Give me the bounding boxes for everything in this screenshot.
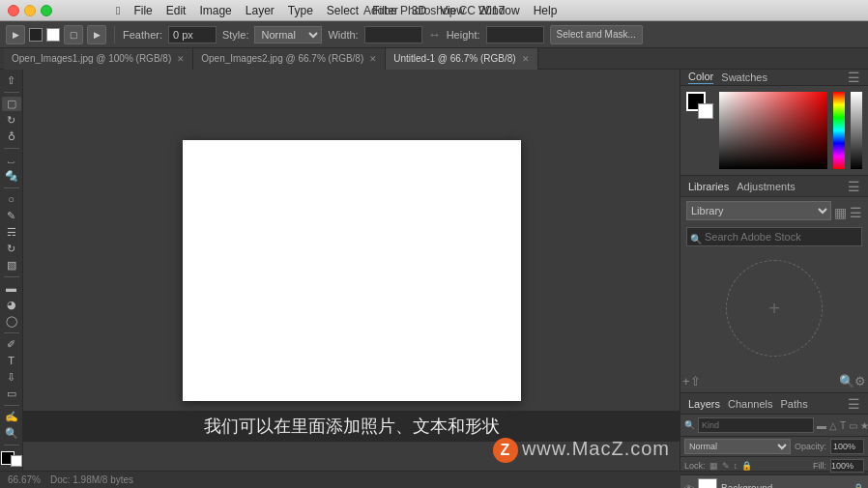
opacity-input[interactable] [830,439,864,454]
lock-pixels-btn[interactable]: ✎ [722,461,730,471]
eraser-tool[interactable]: ▧ [2,258,21,273]
tab-untitled-1[interactable]: Untitled-1 @ 66.7% (RGB/8) ✕ [386,48,537,70]
layers-panel: Layers Channels Paths ☰ 🔍 ▬ △ T ▭ ★ Norm… [680,392,868,488]
tab-open-images2[interactable]: Open_Images2.jpg @ 66.7% (RGB/8) ✕ [193,48,386,70]
tab-close-btn[interactable]: ✕ [177,54,185,64]
layer-visibility-toggle[interactable]: 👁 [684,483,694,489]
type-tool[interactable]: T [2,354,21,368]
add-to-library-btn[interactable]: + [682,374,690,388]
close-button[interactable] [8,5,19,16]
foreground-color-swatch[interactable] [29,28,43,42]
color-gradient-picker[interactable] [719,92,827,169]
layer-name-label: Background [721,483,849,489]
minimize-button[interactable] [24,5,36,16]
library-settings-btn[interactable]: ⚙ [854,374,866,388]
menu-image[interactable]: Image [199,4,231,17]
menu-type[interactable]: Type [288,4,313,17]
fill-input[interactable] [830,459,864,473]
menu-apple[interactable]:  [116,4,120,17]
hand-tool[interactable]: ✍ [2,410,21,424]
tab-color[interactable]: Color [688,71,713,84]
filter-adjust-btn[interactable]: △ [829,420,837,431]
hue-slider[interactable] [833,92,845,169]
dodge-tool[interactable]: ◯ [2,314,21,329]
style-select[interactable]: Normal Fixed Ratio Fixed Size [254,26,322,43]
magic-wand-tool[interactable]: ♁ [2,129,21,144]
library-select[interactable]: Library [686,201,831,220]
height-input[interactable] [486,26,544,43]
transparency-slider[interactable] [851,92,862,169]
title-bar:  File Edit Image Layer Type Select Filt… [0,0,868,21]
color-chips[interactable] [686,92,713,119]
tool-preset-btn[interactable]: ▶ [6,25,25,44]
tab-paths[interactable]: Paths [781,398,808,410]
background-color-swatch[interactable] [46,28,60,42]
tool-separator [4,187,19,188]
search-icon: 🔍 [690,234,702,244]
grid-view-btn[interactable]: ▦ [834,205,847,220]
move-tool[interactable]: ⇧ [2,73,21,88]
lock-position-btn[interactable]: ↕ [734,461,738,471]
filter-pixel-btn[interactable]: ▬ [817,420,826,431]
upload-to-cloud-btn[interactable]: ⇧ [690,374,701,388]
brush-tool[interactable]: ✎ [2,209,21,223]
clone-stamp-tool[interactable]: ☴ [2,225,21,240]
color-swatches[interactable] [1,451,22,468]
marquee-options-btn[interactable]: ▶ [87,25,106,44]
library-search-btn[interactable]: 🔍 [839,374,854,388]
menu-select[interactable]: Select [327,4,359,17]
crop-tool[interactable]: ⎵ [2,153,21,167]
gradient-tool[interactable]: ▬ [2,281,21,296]
tab-open-images1[interactable]: Open_Images1.jpg @ 100% (RGB/8) ✕ [4,48,193,70]
lasso-tool[interactable]: ↻ [2,113,21,128]
filter-shape-btn[interactable]: ▭ [849,420,857,431]
libraries-menu-btn[interactable]: ☰ [848,179,860,194]
layer-row-background[interactable]: 👁 Background 🔒 [680,475,868,488]
color-panel-header: Color Swatches ☰ [680,70,868,86]
fullscreen-button[interactable] [41,5,52,16]
menu-layer[interactable]: Layer [246,4,275,17]
tab-swatches[interactable]: Swatches [721,72,767,84]
filter-type-btn[interactable]: T [840,420,846,431]
marquee-tool[interactable]: ▢ [2,97,21,111]
tab-close-btn[interactable]: ✕ [369,54,377,64]
tab-close-btn[interactable]: ✕ [522,54,530,64]
spot-heal-tool[interactable]: ○ [2,192,21,207]
tool-separator [4,92,19,93]
lock-transparent-btn[interactable]: ▦ [709,461,718,471]
lock-label: Lock: [684,461,706,471]
layers-filter-row: 🔍 ▬ △ T ▭ ★ [680,415,868,437]
tab-layers[interactable]: Layers [688,398,720,410]
history-brush-tool[interactable]: ↻ [2,242,21,256]
style-label: Style: [222,29,249,41]
pen-tool[interactable]: ✐ [2,337,21,352]
list-view-btn[interactable]: ☰ [850,205,862,220]
menu-edit[interactable]: Edit [166,4,187,17]
width-input[interactable] [364,26,422,43]
color-panel-menu-btn[interactable]: ☰ [848,70,860,85]
layers-tabs-header: Layers Channels Paths ☰ [680,393,868,415]
menu-file[interactable]: File [133,4,152,17]
library-search-input[interactable] [686,227,862,246]
lock-all-btn[interactable]: 🔒 [741,461,752,471]
select-and-mask-button[interactable]: Select and Mask... [550,25,643,44]
kind-filter-input[interactable] [698,417,814,433]
shape-tool[interactable]: ▭ [2,387,21,401]
blend-mode-select[interactable]: Normal [684,439,791,454]
swap-icon[interactable]: ↔ [428,27,441,42]
blur-tool[interactable]: ◕ [2,298,21,312]
zoom-tool[interactable]: 🔍 [2,426,21,441]
options-toolbar: ▶ ▢ ▶ Feather: Style: Normal Fixed Ratio… [0,21,868,48]
tab-channels[interactable]: Channels [728,398,772,410]
filter-smart-btn[interactable]: ★ [860,420,868,431]
marquee-rect-btn[interactable]: ▢ [64,25,83,44]
bg-color-chip[interactable] [698,103,713,119]
eyedropper-tool[interactable]: 🔩 [2,169,21,184]
path-select-tool[interactable]: ⇩ [2,370,21,385]
feather-input[interactable] [168,26,217,43]
tab-adjustments[interactable]: Adjustments [737,181,796,192]
menu-help[interactable]: Help [534,4,558,17]
background-swatch[interactable] [11,455,22,467]
layers-menu-btn[interactable]: ☰ [848,396,860,412]
tab-libraries[interactable]: Libraries [688,181,729,192]
